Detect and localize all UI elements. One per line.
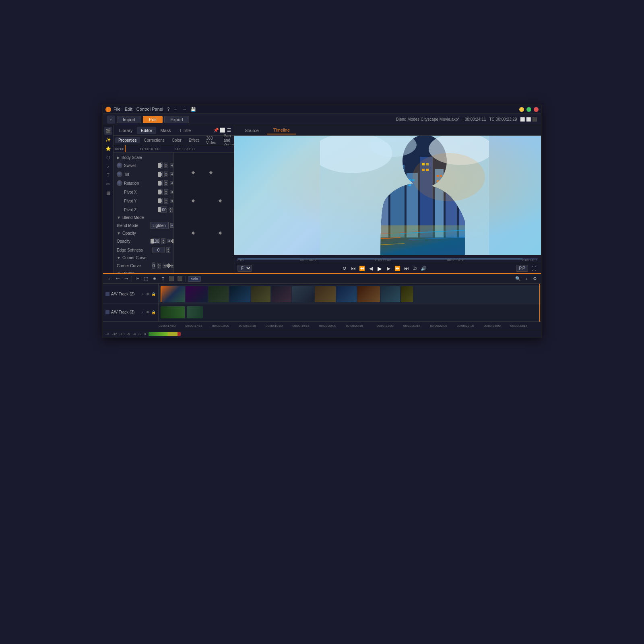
clip-7[interactable] [292, 286, 314, 302]
pivot-y-kf-prev[interactable]: ◀ [170, 199, 173, 203]
tl-undo[interactable]: ↩ [114, 275, 121, 283]
corner-curve-up[interactable]: ▲ [157, 263, 161, 266]
menu-edit[interactable]: Edit [125, 107, 132, 112]
menu-help-icon[interactable]: ? [167, 107, 169, 112]
clip-4[interactable] [229, 286, 250, 302]
track3-audio[interactable]: ♪ [140, 310, 144, 315]
clip-8[interactable] [315, 286, 336, 302]
section-body-scale[interactable]: ▶ Body Scale [114, 154, 173, 161]
tl-add-track[interactable]: + [105, 275, 113, 283]
kf-marker-1[interactable] [191, 171, 194, 174]
menu-forward-icon[interactable]: → [182, 107, 186, 112]
swivel-down[interactable]: ▼ [164, 165, 168, 168]
clip-3[interactable] [208, 286, 229, 302]
menu-save-icon[interactable]: 💾 [190, 107, 196, 112]
opacity-down[interactable]: ▼ [161, 241, 165, 244]
kf-marker-2[interactable] [209, 171, 213, 174]
sidebar-icon-transition[interactable]: ⬡ [104, 153, 112, 161]
volume-button[interactable]: 🔊 [420, 264, 428, 272]
opacity-kf-add[interactable] [171, 239, 173, 243]
subtab-360video[interactable]: 360 Video [203, 135, 219, 146]
clip-last[interactable] [401, 286, 413, 302]
step-fwd-button[interactable]: ⏩ [394, 264, 402, 272]
clip-2[interactable] [186, 286, 208, 302]
tilt-up[interactable]: ▲ [164, 171, 168, 174]
pivot-x-kf-prev[interactable]: ◀ [170, 190, 173, 194]
tab-mask[interactable]: Mask [156, 127, 175, 134]
import-button[interactable]: Import [117, 116, 141, 123]
edge-softness-up[interactable]: ▲ [166, 247, 170, 250]
minimize-button[interactable] [519, 107, 524, 112]
track3-eye[interactable]: 👁 [145, 310, 150, 315]
corner-curve-kf-add[interactable] [166, 263, 171, 268]
home-button[interactable]: ⌂ [107, 116, 115, 124]
play-button[interactable]: ▶ [376, 264, 384, 272]
swivel-dial[interactable] [117, 163, 122, 168]
sidebar-icon-crop[interactable]: ✂ [104, 180, 112, 188]
tl-settings[interactable]: ⚙ [531, 275, 539, 283]
rotation-kf-prev[interactable]: ◀ [170, 181, 173, 185]
rotation-down[interactable]: ▼ [164, 183, 168, 186]
pip-button[interactable]: PiP [516, 265, 528, 272]
pivot-y-up[interactable]: ▲ [164, 198, 168, 201]
subtab-effect[interactable]: Effect [186, 137, 202, 143]
tilt-down[interactable]: ▼ [164, 174, 168, 177]
solo-button[interactable]: Solo [188, 276, 201, 282]
panel-pin-icon[interactable]: 📌 [213, 127, 219, 134]
prev-button[interactable]: ◀ [367, 264, 375, 272]
tilt-kf-prev[interactable]: ◀ [170, 172, 173, 176]
sidebar-icon-star[interactable]: ⭐ [104, 144, 112, 153]
kf-marker-4[interactable] [219, 199, 222, 202]
kf-marker-6[interactable] [219, 231, 222, 235]
rotation-up[interactable]: ▲ [164, 180, 168, 183]
blend-dropdown-arrow[interactable]: ▼ [170, 223, 173, 228]
subtab-color[interactable]: Color [169, 137, 185, 143]
export-button[interactable]: Export [164, 116, 189, 123]
menu-back-icon[interactable]: ← [173, 107, 178, 112]
track2-eye[interactable]: 👁 [145, 292, 150, 297]
sidebar-icon-film[interactable]: 🎬 [104, 127, 112, 135]
tl-select[interactable]: ⬚ [142, 275, 150, 283]
close-button[interactable] [534, 107, 539, 112]
tl-color[interactable]: ⬛ [176, 275, 184, 283]
swivel-up[interactable]: ▲ [164, 163, 168, 165]
corner-curve-kf-prev[interactable]: ◀ [163, 264, 167, 268]
corner-curve-down[interactable]: ▼ [157, 266, 161, 268]
tab-timeline[interactable]: Timeline [267, 126, 296, 134]
clip-11[interactable] [381, 286, 400, 302]
tl-zoom-in[interactable]: + [523, 275, 530, 283]
clip-6[interactable] [271, 286, 291, 302]
tab-library[interactable]: Library [115, 127, 137, 134]
tl-zoom-out[interactable]: 🔍 [514, 275, 522, 283]
maximize-button[interactable] [526, 107, 531, 112]
opacity-kf-prev[interactable]: ◀ [167, 239, 171, 243]
timeline-playhead[interactable] [125, 145, 126, 152]
kf-marker-3[interactable] [191, 199, 194, 202]
clip-10[interactable] [357, 286, 380, 302]
subtab-properties[interactable]: Properties [115, 137, 140, 143]
sidebar-icon-fx[interactable]: ✨ [104, 136, 112, 144]
edge-softness-down[interactable]: ▼ [166, 250, 170, 253]
section-corner-curve[interactable]: ▼ Corner Curve [114, 254, 173, 261]
rotation-dial[interactable] [117, 180, 122, 186]
section-opacity[interactable]: ▼ Opacity [114, 230, 173, 237]
tl-redo[interactable]: ↪ [122, 275, 130, 283]
next-frame-button[interactable]: ⏭ [402, 264, 411, 272]
blend-mode-select[interactable]: Lighten Normal Screen Overlay Multiply [151, 222, 169, 229]
zoom-select[interactable]: Fit 50% 100% [237, 265, 252, 272]
pivot-z-up[interactable]: ▲ [169, 207, 173, 210]
sidebar-icon-text[interactable]: T [104, 171, 112, 179]
sidebar-icon-music[interactable]: ♪ [104, 162, 112, 170]
swivel-kf-prev[interactable]: ◀ [170, 163, 173, 167]
section-blend-mode[interactable]: ▼ Blend Mode [114, 214, 173, 221]
pivot-x-down[interactable]: ▼ [164, 192, 168, 195]
fullscreen-button[interactable]: ⛶ [530, 264, 538, 272]
pivot-x-up[interactable]: ▲ [164, 189, 168, 192]
pivot-y-down[interactable]: ▼ [164, 201, 168, 204]
track3-lock[interactable]: 🔒 [151, 310, 156, 315]
clip-9[interactable] [336, 286, 357, 302]
step-back-button[interactable]: ⏪ [358, 264, 366, 272]
tab-editor[interactable]: Editor [137, 127, 157, 134]
prev-frame-button[interactable]: ⏮ [349, 264, 357, 272]
tilt-dial[interactable] [117, 171, 122, 177]
